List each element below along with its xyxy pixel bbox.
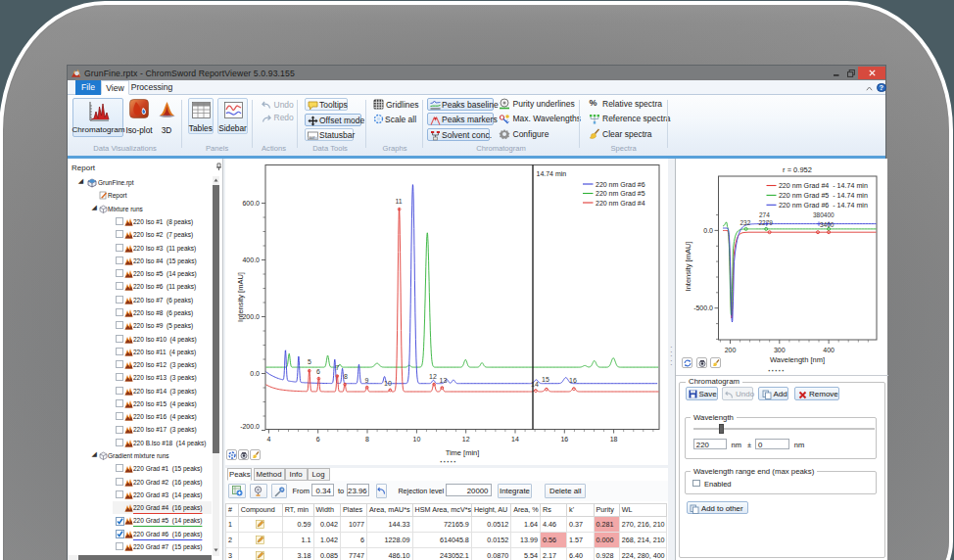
svg-text:12: 12	[461, 436, 469, 443]
svg-text:3400: 3400	[820, 220, 835, 227]
svg-text:4: 4	[266, 436, 270, 443]
svg-text:7: 7	[335, 363, 339, 370]
svg-text:400.0: 400.0	[242, 257, 260, 263]
svg-text:r = 0.952: r = 0.952	[783, 164, 812, 173]
svg-text:220 nm Grad #5 - 14.74 min: 220 nm Grad #5 - 14.74 min	[779, 191, 868, 199]
svg-text:11: 11	[395, 198, 402, 205]
svg-text:200.0: 200.0	[242, 313, 260, 320]
svg-text:400: 400	[823, 346, 835, 352]
svg-text:-500.0: -500.0	[693, 304, 713, 311]
svg-text:107: 107	[310, 136, 315, 140]
svg-text:8: 8	[365, 436, 369, 443]
svg-text:220 nm Grad #5: 220 nm Grad #5	[596, 190, 645, 197]
svg-text:-200.0: -200.0	[240, 423, 260, 430]
svg-text:14.74 min: 14.74 min	[536, 170, 566, 177]
svg-text:200: 200	[725, 346, 737, 352]
svg-text:220 nm Grad #4 - 14.74 min: 220 nm Grad #4 - 14.74 min	[779, 182, 868, 190]
svg-text:0.0: 0.0	[250, 370, 260, 377]
svg-text:Time [min]: Time [min]	[445, 447, 479, 456]
svg-text:9: 9	[364, 376, 368, 383]
svg-text:6: 6	[316, 367, 320, 374]
svg-text:18: 18	[609, 436, 617, 443]
svg-text:380400: 380400	[813, 211, 835, 218]
svg-text:Intensity [mAU]: Intensity [mAU]	[684, 241, 692, 291]
svg-text:220 nm Grad #4: 220 nm Grad #4	[596, 199, 645, 206]
svg-text:5: 5	[308, 357, 311, 364]
svg-text:Intensity [mAU]: Intensity [mAU]	[236, 272, 245, 322]
svg-text:16: 16	[569, 376, 577, 383]
svg-text:232: 232	[740, 218, 751, 225]
svg-text:274: 274	[759, 211, 770, 218]
svg-text:10: 10	[412, 436, 420, 443]
svg-text:300: 300	[774, 346, 786, 352]
svg-text:14: 14	[511, 436, 519, 443]
svg-text:Wavelength [nm]: Wavelength [nm]	[770, 355, 825, 364]
svg-text:16: 16	[560, 436, 568, 443]
svg-text:0.0: 0.0	[703, 226, 713, 233]
svg-text:6: 6	[315, 436, 319, 443]
svg-text:10: 10	[384, 379, 392, 386]
svg-text:12: 12	[429, 372, 437, 379]
svg-text:14: 14	[531, 380, 539, 387]
svg-text:2279: 2279	[759, 219, 774, 226]
svg-text:220 nm Grad #6: 220 nm Grad #6	[596, 180, 645, 187]
svg-text:220 nm Grad #6 - 14.74 min: 220 nm Grad #6 - 14.74 min	[779, 201, 868, 209]
svg-text:600.0: 600.0	[242, 200, 260, 207]
svg-text:15: 15	[542, 375, 549, 382]
svg-text:13: 13	[439, 376, 447, 383]
svg-text:8: 8	[344, 372, 348, 379]
